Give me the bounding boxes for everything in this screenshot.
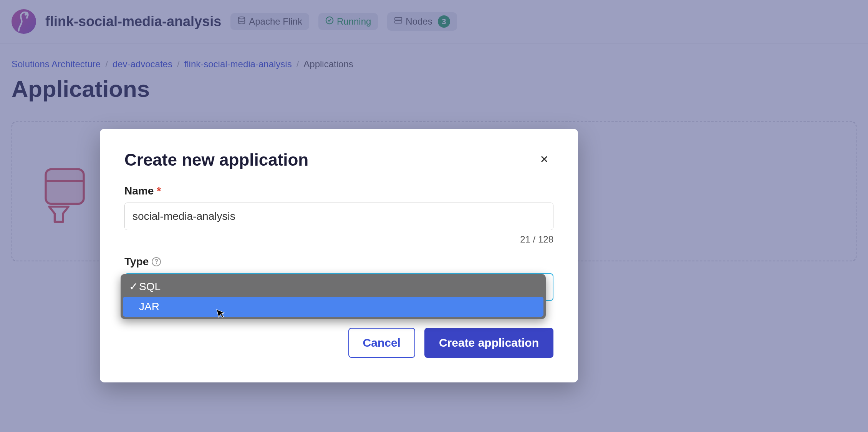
type-dropdown: ✓ SQL JAR bbox=[121, 274, 546, 319]
create-application-button[interactable]: Create application bbox=[424, 328, 553, 358]
type-option-sql[interactable]: ✓ SQL bbox=[123, 276, 543, 297]
cancel-button[interactable]: Cancel bbox=[348, 328, 415, 358]
name-label: Name* bbox=[124, 185, 553, 197]
required-indicator: * bbox=[157, 185, 161, 197]
modal-title: Create new application bbox=[124, 150, 308, 169]
create-application-modal: Create new application Name* 21 / 128 Ty… bbox=[100, 129, 578, 382]
type-option-jar[interactable]: JAR bbox=[123, 297, 543, 317]
checkmark-icon: ✓ bbox=[129, 280, 136, 293]
type-label: Type ? bbox=[124, 256, 553, 268]
char-counter: 21 / 128 bbox=[124, 234, 553, 245]
modal-backdrop[interactable]: Create new application Name* 21 / 128 Ty… bbox=[0, 0, 868, 432]
name-input[interactable] bbox=[124, 203, 553, 230]
help-icon[interactable]: ? bbox=[152, 257, 161, 266]
close-button[interactable] bbox=[535, 151, 553, 169]
close-icon bbox=[539, 154, 550, 164]
